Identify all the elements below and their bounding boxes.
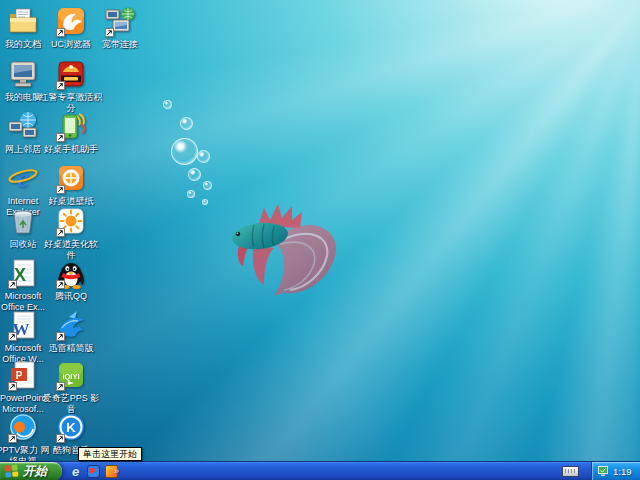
betta-fish-image xyxy=(224,196,352,308)
desktop-icon-tencent-qq[interactable]: 腾讯QQ xyxy=(39,257,103,302)
start-button[interactable]: 开始 xyxy=(0,462,62,480)
icon-label: 好桌手机助手 xyxy=(39,144,103,155)
ie-icon: e xyxy=(7,162,39,194)
uc-browser-icon xyxy=(55,5,87,37)
red-box-icon xyxy=(55,58,87,90)
bubble xyxy=(163,100,172,109)
bubble xyxy=(188,168,201,181)
desktop-icon-haozhuodao-wallpaper[interactable]: 好桌道壁纸 xyxy=(39,162,103,207)
documents-folder-icon xyxy=(7,5,39,37)
excel-icon: X xyxy=(7,257,39,289)
shortcut-arrow-icon xyxy=(56,81,65,90)
bubble xyxy=(203,181,212,190)
bubble xyxy=(202,199,208,205)
shortcut-arrow-icon xyxy=(56,382,65,391)
word-icon: W xyxy=(7,309,39,341)
windows-flag-icon xyxy=(4,464,19,478)
bubble xyxy=(187,190,195,198)
bubble xyxy=(197,150,210,163)
start-tooltip: 单击这里开始 xyxy=(78,447,142,461)
network-status-icon[interactable] xyxy=(598,466,609,477)
icon-label: 宽带连接 xyxy=(88,39,152,50)
phone-assistant-icon xyxy=(55,110,87,142)
desktop-wallpaper: 我的文档UC浏览器宽带连接我的电脑红警专享激活积 分网上邻居好桌手机助手eInt… xyxy=(0,0,640,480)
shortcut-arrow-icon xyxy=(8,434,17,443)
quick-launch-overflow-chevron[interactable]: » xyxy=(114,466,119,476)
desktop-icon-iqiyi-pps[interactable]: iQIYI爱奇艺PPS 影 音 xyxy=(39,359,103,414)
shortcut-arrow-icon xyxy=(56,133,65,142)
recycle-bin-icon xyxy=(7,205,39,237)
shortcut-arrow-icon xyxy=(8,382,17,391)
shortcut-arrow-icon xyxy=(56,332,65,341)
shortcut-arrow-icon xyxy=(8,280,17,289)
bubble xyxy=(171,138,198,165)
shortcut-arrow-icon xyxy=(56,185,65,194)
svg-text:e: e xyxy=(17,163,29,193)
qq-penguin-icon xyxy=(55,257,87,289)
shortcut-arrow-icon xyxy=(8,332,17,341)
shortcut-arrow-icon xyxy=(56,434,65,443)
shortcut-arrow-icon xyxy=(105,28,114,37)
iqiyi-icon: iQIYI xyxy=(55,359,87,391)
desktop-icon-haozhuodao-beautify[interactable]: 好桌道美化软 件 xyxy=(39,205,103,260)
system-tray: 1:19 xyxy=(591,462,640,480)
desktop-icon-broadband-connection[interactable]: 宽带连接 xyxy=(88,5,152,50)
desktop-icon-xunlei-lite[interactable]: 迅雷精简版 xyxy=(39,309,103,354)
desktop-icon-red-alert-privilege[interactable]: 红警专享激活积 分 xyxy=(39,58,103,113)
xunlei-bird-icon xyxy=(55,309,87,341)
bubble xyxy=(180,117,193,130)
taskbar: 开始 e » 1:19 xyxy=(0,461,640,480)
start-button-label: 开始 xyxy=(23,463,47,480)
ie-glyph: e xyxy=(72,464,79,479)
wallpaper-icon xyxy=(55,162,87,194)
ie-icon[interactable]: e xyxy=(68,464,83,479)
shortcut-arrow-icon xyxy=(56,28,65,37)
media-player-glyph xyxy=(87,465,100,478)
svg-text:K: K xyxy=(66,420,76,435)
clock[interactable]: 1:19 xyxy=(613,466,632,477)
powerpoint-icon: P xyxy=(7,359,39,391)
broadband-icon xyxy=(104,5,136,37)
quick-launch-bar: e xyxy=(66,462,119,480)
icon-label: 腾讯QQ xyxy=(39,291,103,302)
computer-icon xyxy=(7,58,39,90)
shortcut-arrow-icon xyxy=(56,228,65,237)
svg-text:P: P xyxy=(16,370,23,381)
svg-text:iQIYI: iQIYI xyxy=(62,372,79,381)
beautify-icon xyxy=(55,205,87,237)
desktop-icon-haozhuo-phone-assistant[interactable]: 好桌手机助手 xyxy=(39,110,103,155)
icon-label: 迅雷精简版 xyxy=(39,343,103,354)
language-bar-keyboard-icon[interactable] xyxy=(562,466,579,477)
network-icon xyxy=(7,110,39,142)
media-player-icon[interactable] xyxy=(86,464,101,479)
pptv-icon xyxy=(7,411,39,443)
kugou-icon: K xyxy=(55,411,87,443)
shortcut-arrow-icon xyxy=(56,280,65,289)
